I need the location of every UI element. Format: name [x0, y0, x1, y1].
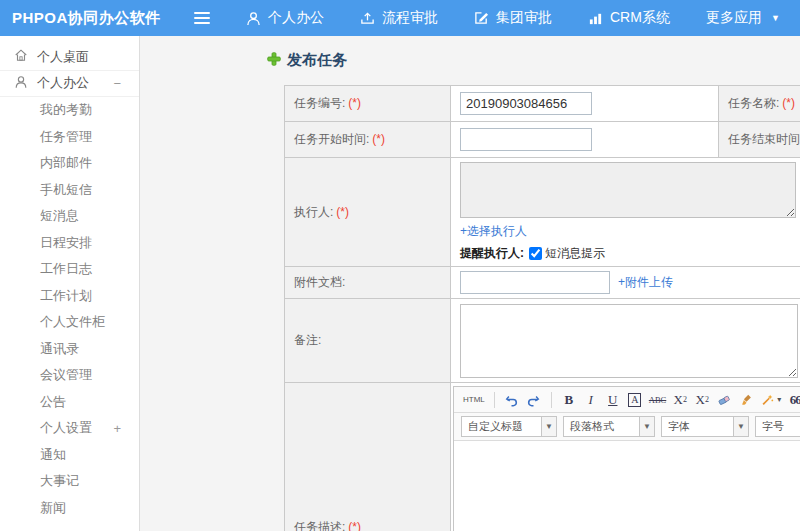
- collapse-icon[interactable]: −: [113, 76, 121, 91]
- expand-icon[interactable]: +: [113, 421, 121, 436]
- remark-label-cell: 备注:: [285, 299, 451, 383]
- start-time-value-cell: [451, 122, 719, 158]
- format-brush-icon[interactable]: [736, 390, 756, 410]
- workflow-approve-icon: [360, 11, 375, 26]
- group-approve-icon: [474, 11, 489, 26]
- nav-workflow-approval[interactable]: 流程审批: [360, 9, 438, 27]
- sidebar-item-short-message[interactable]: 短消息: [0, 203, 139, 230]
- sidebar-item-my-attendance[interactable]: 我的考勤: [0, 97, 139, 124]
- executor-textarea[interactable]: [460, 162, 796, 218]
- user-icon: [246, 11, 261, 26]
- task-description-value-cell: HTML B I U: [451, 383, 800, 531]
- bold-button[interactable]: B: [559, 390, 579, 410]
- autotypeset-button[interactable]: A: [625, 390, 645, 410]
- hamburger-menu-icon[interactable]: [194, 12, 210, 24]
- nav-group-approval[interactable]: 集团审批: [474, 9, 552, 27]
- remark-value-cell: [451, 299, 800, 383]
- start-time-input[interactable]: [460, 128, 592, 151]
- font-family-select[interactable]: 字体 ▼: [661, 416, 749, 437]
- sidebar-item-work-plan[interactable]: 工作计划: [0, 283, 139, 310]
- caret-down-icon: ▼: [639, 417, 654, 436]
- top-header: PHPOA协同办公软件 个人办公 流程审批 集团审批 CRM系统: [0, 0, 800, 36]
- sidebar-item-announcement[interactable]: 公告: [0, 389, 139, 416]
- underline-button[interactable]: U: [603, 390, 623, 410]
- publish-task-form: 任务编号:(*) 任务名称:(*) 任务开始时间:(*): [284, 85, 800, 531]
- blockquote-button[interactable]: 66: [785, 390, 800, 410]
- custom-title-select[interactable]: 自定义标题 ▼: [461, 416, 557, 437]
- eraser-icon[interactable]: [714, 390, 734, 410]
- required-mark: (*): [782, 96, 795, 110]
- sidebar-item-schedule[interactable]: 日程安排: [0, 230, 139, 257]
- toolbar-separator: [494, 392, 495, 408]
- superscript-button[interactable]: X2: [670, 390, 690, 410]
- task-number-input[interactable]: [460, 92, 592, 115]
- task-description-label-cell: 任务描述:(*): [285, 383, 451, 531]
- sidebar: 个人桌面 个人办公 − 我的考勤 任务管理 内部邮件 手机短信 短消息 日程安排…: [0, 36, 140, 531]
- nav-more-apps[interactable]: 更多应用 ▼: [706, 9, 780, 27]
- bar-chart-icon: [588, 11, 603, 26]
- user-icon: [14, 75, 28, 92]
- subscript-button[interactable]: X2: [692, 390, 712, 410]
- sms-remind-checkbox[interactable]: [529, 247, 542, 260]
- sidebar-item-contacts[interactable]: 通讯录: [0, 336, 139, 363]
- attachment-input[interactable]: [460, 271, 610, 294]
- task-number-label-cell: 任务编号:(*): [285, 86, 451, 122]
- attachment-upload-link[interactable]: +附件上传: [618, 274, 673, 291]
- autotype-wand-icon[interactable]: ▾: [758, 390, 783, 410]
- executor-value-cell: +选择执行人 提醒执行人: 短消息提示: [451, 158, 800, 267]
- sidebar-item-personal-office[interactable]: 个人办公 −: [0, 71, 139, 98]
- sidebar-item-mobile-sms[interactable]: 手机短信: [0, 177, 139, 204]
- sidebar-item-personal-files[interactable]: 个人文件柜: [0, 309, 139, 336]
- font-size-select[interactable]: 字号 ▼: [755, 416, 800, 437]
- sidebar-item-personal-desktop[interactable]: 个人桌面: [0, 44, 139, 71]
- paragraph-format-select[interactable]: 段落格式 ▼: [563, 416, 655, 437]
- choose-executor-link[interactable]: +选择执行人: [460, 223, 800, 240]
- page-title: 发布任务: [267, 49, 800, 71]
- start-time-label-cell: 任务开始时间:(*): [285, 122, 451, 158]
- main-area: 发布任务 任务编号:(*) 任务名称:(*): [140, 36, 800, 531]
- plus-icon: [267, 52, 281, 69]
- undo-icon[interactable]: [502, 390, 522, 410]
- html-source-button[interactable]: HTML: [461, 390, 487, 410]
- required-mark: (*): [336, 205, 349, 219]
- top-nav: 个人办公 流程审批 集团审批 CRM系统 更多应用 ▼: [246, 9, 780, 27]
- editor-toolbar-row1: HTML B I U: [454, 387, 800, 413]
- nav-personal-office[interactable]: 个人办公: [246, 9, 324, 27]
- caret-down-icon: ▼: [541, 417, 556, 436]
- remind-executor-label: 提醒执行人:: [460, 245, 524, 262]
- editor-toolbar-row2: 自定义标题 ▼ 段落格式 ▼ 字体 ▼: [454, 413, 800, 441]
- strikethrough-button[interactable]: ABC: [647, 390, 668, 410]
- sidebar-item-news[interactable]: 新闻: [0, 495, 139, 522]
- sidebar-item-personal-settings[interactable]: 个人设置 +: [0, 415, 139, 442]
- required-mark: (*): [348, 96, 361, 110]
- sidebar-item-events[interactable]: 大事记: [0, 468, 139, 495]
- task-number-value-cell: [451, 86, 719, 122]
- task-name-label-cell: 任务名称:(*): [719, 86, 800, 122]
- sidebar-item-notice[interactable]: 通知: [0, 442, 139, 469]
- home-icon: [14, 48, 28, 65]
- sidebar-item-task-management[interactable]: 任务管理: [0, 124, 139, 151]
- attachment-label-cell: 附件文档:: [285, 267, 451, 299]
- redo-icon[interactable]: [524, 390, 544, 410]
- toolbar-separator: [551, 392, 552, 408]
- caret-down-icon: ▼: [733, 417, 748, 436]
- nav-crm-system[interactable]: CRM系统: [588, 9, 670, 27]
- sidebar-item-meeting-management[interactable]: 会议管理: [0, 362, 139, 389]
- executor-label-cell: 执行人:(*): [285, 158, 451, 267]
- required-mark: (*): [348, 520, 361, 531]
- sms-remind-option: 短消息提示: [529, 245, 605, 262]
- sidebar-item-internal-mail[interactable]: 内部邮件: [0, 150, 139, 177]
- caret-down-icon: ▾: [777, 395, 781, 404]
- end-time-label-cell: 任务结束时间:(*): [719, 122, 800, 158]
- attachment-value-cell: +附件上传: [451, 267, 800, 299]
- caret-down-icon: ▼: [771, 13, 780, 23]
- italic-button[interactable]: I: [581, 390, 601, 410]
- remark-textarea[interactable]: [460, 304, 798, 378]
- sidebar-item-work-log[interactable]: 工作日志: [0, 256, 139, 283]
- editor-content-area[interactable]: [454, 441, 800, 531]
- rich-text-editor: HTML B I U: [453, 386, 800, 531]
- app-logo: PHPOA协同办公软件: [0, 9, 162, 28]
- required-mark: (*): [372, 132, 385, 146]
